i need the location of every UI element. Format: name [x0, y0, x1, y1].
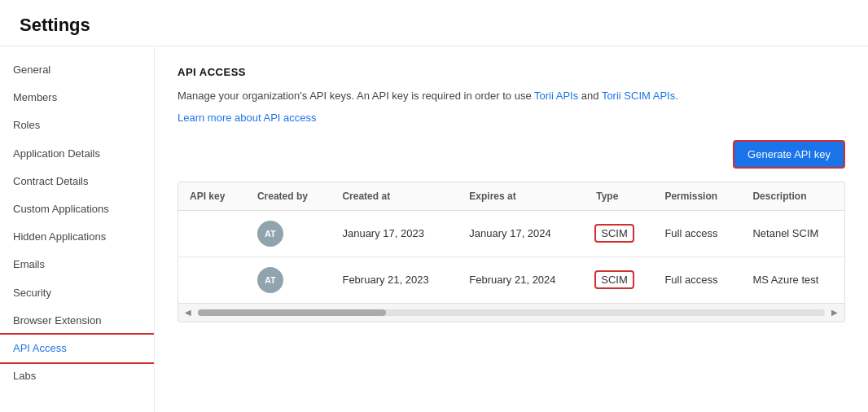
cell-created-at: January 17, 2023	[331, 210, 458, 256]
cell-expires-at: January 17, 2024	[458, 210, 585, 256]
table-body: ATJanuary 17, 2023January 17, 2024SCIMFu…	[178, 210, 844, 303]
col-header-created-by: Created by	[246, 182, 331, 211]
cell-type: SCIM	[585, 210, 653, 256]
col-header-type: Type	[585, 182, 653, 211]
table-header-row: API keyCreated byCreated atExpires atTyp…	[178, 182, 844, 211]
sidebar-item-application-details[interactable]: Application Details	[0, 140, 154, 168]
sidebar-item-api-access[interactable]: API Access	[0, 335, 154, 362]
cell-type: SCIM	[585, 256, 653, 303]
description-text: Manage your organization's API keys. An …	[178, 88, 845, 105]
cell-permission: Full access	[653, 256, 741, 303]
avatar: AT	[257, 267, 283, 293]
cell-api-key	[178, 256, 246, 303]
scroll-track	[198, 309, 825, 316]
type-badge: SCIM	[596, 272, 633, 287]
cell-description: Netanel SCIM	[741, 210, 844, 256]
main-content: API ACCESS Manage your organization's AP…	[155, 46, 868, 412]
cell-created-by: AT	[246, 210, 331, 256]
cell-description: MS Azure test	[741, 256, 844, 303]
torii-scim-apis-link[interactable]: Torii SCIM APIs	[602, 90, 675, 102]
sidebar-item-browser-extension[interactable]: Browser Extension	[0, 307, 154, 335]
section-title: API ACCESS	[178, 66, 845, 78]
col-header-description: Description	[741, 182, 844, 211]
cell-permission: Full access	[653, 210, 741, 256]
scroll-left-arrow[interactable]: ◀	[182, 306, 195, 319]
torii-apis-link[interactable]: Torii APIs	[534, 90, 578, 102]
sidebar-item-roles[interactable]: Roles	[0, 112, 154, 139]
learn-more-link[interactable]: Learn more about API access	[178, 112, 845, 124]
cell-created-by: AT	[246, 256, 331, 303]
sidebar-item-labs[interactable]: Labs	[0, 362, 154, 390]
col-header-expires-at: Expires at	[458, 182, 585, 211]
table-row: ATFebruary 21, 2023February 21, 2024SCIM…	[178, 256, 844, 303]
avatar: AT	[257, 221, 283, 247]
sidebar: GeneralMembersRolesApplication DetailsCo…	[0, 46, 155, 412]
generate-api-key-button[interactable]: Generate API key	[733, 140, 845, 169]
sidebar-item-emails[interactable]: Emails	[0, 251, 154, 278]
sidebar-item-security[interactable]: Security	[0, 279, 154, 307]
type-badge: SCIM	[596, 226, 633, 241]
api-keys-table: API keyCreated byCreated atExpires atTyp…	[178, 182, 844, 303]
toolbar: Generate API key	[178, 140, 845, 169]
sidebar-item-contract-details[interactable]: Contract Details	[0, 168, 154, 195]
table-row: ATJanuary 17, 2023January 17, 2024SCIMFu…	[178, 210, 844, 256]
cell-api-key	[178, 210, 246, 256]
page-title: Settings	[0, 0, 868, 46]
cell-expires-at: February 21, 2024	[458, 256, 585, 303]
scroll-thumb	[198, 309, 386, 316]
col-header-created-at: Created at	[331, 182, 458, 211]
sidebar-item-general[interactable]: General	[0, 56, 154, 84]
sidebar-item-hidden-applications[interactable]: Hidden Applications	[0, 223, 154, 251]
scroll-right-arrow[interactable]: ▶	[828, 306, 841, 319]
sidebar-item-custom-applications[interactable]: Custom Applications	[0, 195, 154, 223]
api-keys-table-wrapper: API keyCreated byCreated atExpires atTyp…	[178, 182, 845, 322]
col-header-api-key: API key	[178, 182, 246, 211]
cell-created-at: February 21, 2023	[331, 256, 458, 303]
horizontal-scrollbar[interactable]: ◀ ▶	[178, 303, 844, 322]
sidebar-item-members[interactable]: Members	[0, 84, 154, 112]
col-header-permission: Permission	[653, 182, 741, 211]
